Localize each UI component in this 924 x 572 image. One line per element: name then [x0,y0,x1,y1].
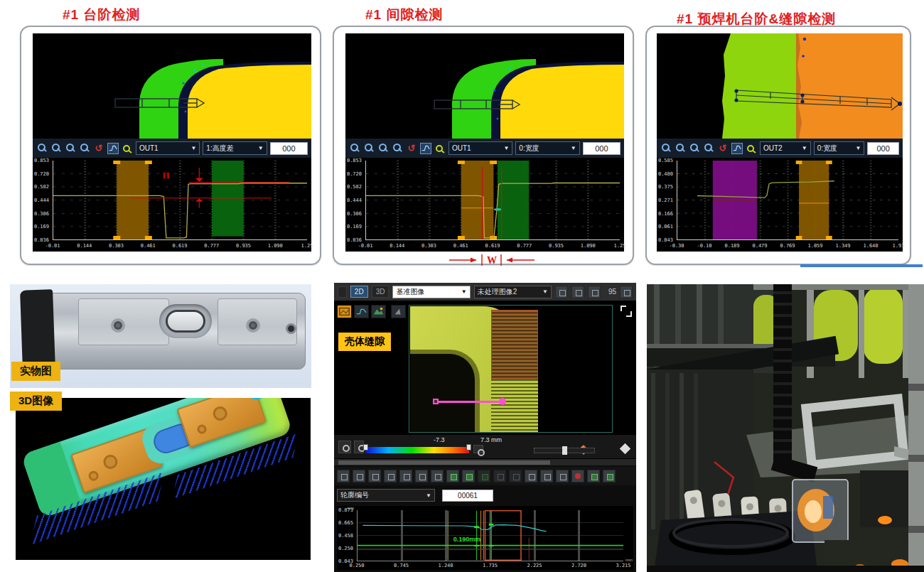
zoom-in-icon[interactable] [353,470,365,482]
reset-view-icon[interactable]: ↺ [93,143,104,154]
part-3d-model [21,398,292,518]
tab-2d[interactable]: 2D [350,286,368,298]
fullscreen-icon[interactable] [621,306,632,317]
heightmap-view-icon[interactable] [337,305,352,318]
export-icon[interactable] [587,470,600,482]
profile-display-icon[interactable] [107,143,119,154]
zoom-region-icon[interactable] [703,143,714,154]
shell-gap-label: 壳体缝隙 [338,333,391,351]
measure-value-box[interactable]: 000 [867,142,899,155]
annotate-icon[interactable] [493,470,506,482]
auto-scale-icon[interactable] [431,470,444,482]
tab-3d[interactable]: 3D [372,286,390,298]
zoom-percent: 95 [608,288,616,296]
output-channel-dropdown[interactable]: OUT1 ▼ [136,141,200,155]
output-channel-value: OUT2 [763,144,783,152]
horizontal-scrollbar[interactable] [334,458,636,465]
zoom-region-icon[interactable] [392,143,403,154]
fit-height-icon[interactable] [415,470,428,482]
fit-width-icon[interactable] [399,470,412,482]
gap-arrow-anchor [433,399,439,404]
settings-icon[interactable] [338,441,351,453]
zoom-region-icon[interactable] [79,143,90,154]
x-tick: 1.640 [863,243,878,249]
measure-value-box[interactable]: 000 [583,142,621,155]
image-source-value: 基准图像 [396,287,424,297]
measure-tool-icon[interactable] [122,143,133,154]
select-tool-icon[interactable] [337,470,350,482]
angle-view-icon[interactable] [391,305,406,318]
x-tick: 1.25 [614,243,626,249]
pan-icon[interactable] [384,470,397,482]
zoom-out-icon[interactable] [368,470,381,482]
record-icon[interactable] [571,470,584,482]
measure-line-icon[interactable] [540,470,553,482]
profile-display-icon[interactable] [731,143,743,154]
scale-min-label: -7.3 [434,436,445,443]
measure-tool-icon[interactable] [746,143,757,154]
gap-arrow-dot [499,398,506,405]
link-icon[interactable] [473,445,483,453]
height-annotation: H [163,170,170,181]
zoom-in-icon[interactable] [555,286,568,298]
overlay-icon[interactable] [478,470,490,482]
reset-view-icon[interactable]: ↺ [406,143,417,154]
zoom-fit-icon[interactable] [377,143,389,154]
terrain-view-icon[interactable] [371,305,386,318]
roi-icon[interactable] [509,470,522,482]
profile-compare-icon[interactable] [462,470,475,482]
zoom-fit-icon[interactable] [65,143,76,154]
measure-box-icon[interactable] [525,470,537,482]
marker-diamond-icon[interactable] [620,443,631,455]
user-icon[interactable] [620,286,633,298]
zoom-out-icon[interactable] [363,143,375,154]
profile-number-dropdown[interactable]: 轮廓编号 ▼ [337,489,435,502]
zoom-out-icon[interactable] [675,143,686,154]
inspection-software-panel: 2D 3D 基准图像 ▼ 未处理图像2 ▼ 95 壳体缝隙 [334,283,636,572]
measure-value-box[interactable]: 000 [270,142,308,155]
image-source-dropdown[interactable]: 基准图像 ▼ [392,286,470,298]
real-part-photo: 实物图 [10,284,311,388]
grid-icon[interactable] [446,470,459,482]
slider-thumb[interactable] [562,446,567,455]
report-icon[interactable] [603,470,616,482]
output-channel-dropdown[interactable]: OUT2 ▼ [760,141,811,155]
x-tick: 0.303 [109,243,124,249]
y-tick: 0.665 [338,520,353,526]
measure-mode-dropdown[interactable]: 0:宽度 ▼ [515,141,579,155]
layout-icon[interactable] [338,286,347,298]
y-tick: 0.250 [338,546,353,551]
preweld-toolbar: ↺ OUT2 ▼ 0:宽度 ▼ 000 [657,139,903,158]
y-tick: 0.458 [338,533,353,539]
position-slider[interactable] [534,448,595,453]
y-tick: 0.036 [347,237,362,243]
processing-dropdown[interactable]: 未处理图像2 ▼ [474,286,552,298]
render-3d-image [16,398,311,560]
reset-view-icon[interactable]: ↺ [717,143,729,154]
step-detection-card: ↺ OUT1 ▼ 1:高度差 ▼ 000 0.8530.7200.5820.44… [20,26,321,265]
profile-display-icon[interactable] [420,143,431,154]
zoom-in-icon[interactable] [349,143,360,154]
height-profile-line [53,183,307,238]
measure-mode-dropdown[interactable]: 0:宽度 ▼ [814,141,865,155]
x-tick: 0.777 [517,243,532,249]
range-icon[interactable] [354,441,364,453]
y-tick: 0.720 [34,171,49,177]
profile-number-value[interactable]: 00061 [442,490,493,502]
zoom-fit-icon[interactable] [689,143,700,154]
measure-angle-icon[interactable] [556,470,569,482]
gradient-min-handle[interactable] [363,444,368,450]
measure-mode-dropdown[interactable]: 1:高度差 ▼ [203,141,267,155]
scrollbar-thumb[interactable] [338,460,550,465]
output-channel-dropdown[interactable]: OUT1 ▼ [448,141,512,155]
zoom-in-icon[interactable] [660,143,672,154]
zoom-out-icon[interactable] [571,286,584,298]
fit-screen-icon[interactable] [588,286,601,298]
measure-tool-icon[interactable] [434,143,446,154]
zoom-in-icon[interactable] [36,143,48,154]
gradient-max-handle[interactable] [466,444,471,450]
profile-view-icon[interactable] [354,305,369,318]
y-tick: 0.375 [658,184,673,190]
height-color-gradient[interactable] [365,447,469,453]
zoom-out-icon[interactable] [50,143,62,154]
